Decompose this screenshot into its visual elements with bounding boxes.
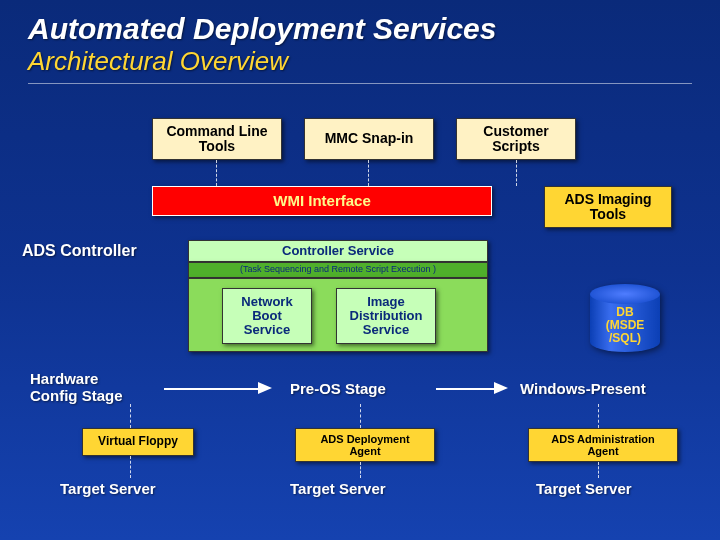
arrow-head xyxy=(494,382,508,394)
connector xyxy=(598,462,599,478)
db-label: DB (MSDE /SQL) xyxy=(590,306,660,346)
divider xyxy=(28,83,692,84)
connector xyxy=(360,404,361,428)
arrow xyxy=(164,388,260,390)
box-ads-imaging: ADS Imaging Tools xyxy=(544,186,672,228)
arrow-head xyxy=(258,382,272,394)
box-ads-admin-agent: ADS Administration Agent xyxy=(528,428,678,462)
label-target-server-1: Target Server xyxy=(60,480,156,497)
page-title: Automated Deployment Services xyxy=(0,0,720,46)
label-windows-present: Windows-Present xyxy=(520,380,646,397)
connector xyxy=(598,404,599,428)
box-image-distribution: Image Distribution Service xyxy=(336,288,436,344)
box-controller-service: Controller Service xyxy=(188,240,488,262)
box-virtual-floppy: Virtual Floppy xyxy=(82,428,194,456)
connector xyxy=(130,456,131,478)
box-cli-tools: Command Line Tools xyxy=(152,118,282,160)
connector xyxy=(516,160,517,186)
label-hw-stage: Hardware Config Stage xyxy=(30,370,123,405)
page-subtitle: Architectural Overview xyxy=(0,46,720,77)
arrow xyxy=(436,388,496,390)
label-target-server-2: Target Server xyxy=(290,480,386,497)
db-cylinder: DB (MSDE /SQL) xyxy=(590,284,660,352)
connector xyxy=(360,462,361,478)
box-network-boot: Network Boot Service xyxy=(222,288,312,344)
box-ads-deployment-agent: ADS Deployment Agent xyxy=(295,428,435,462)
label-preos-stage: Pre-OS Stage xyxy=(290,380,386,397)
connector xyxy=(368,160,369,186)
label-target-server-3: Target Server xyxy=(536,480,632,497)
box-mmc-snapin: MMC Snap-in xyxy=(304,118,434,160)
box-wmi-interface: WMI Interface xyxy=(152,186,492,216)
label-ads-controller: ADS Controller xyxy=(22,242,137,260)
box-controller-sub: (Task Sequencing and Remote Script Execu… xyxy=(188,262,488,278)
box-customer-scripts: Customer Scripts xyxy=(456,118,576,160)
connector xyxy=(130,404,131,428)
connector xyxy=(216,160,217,186)
